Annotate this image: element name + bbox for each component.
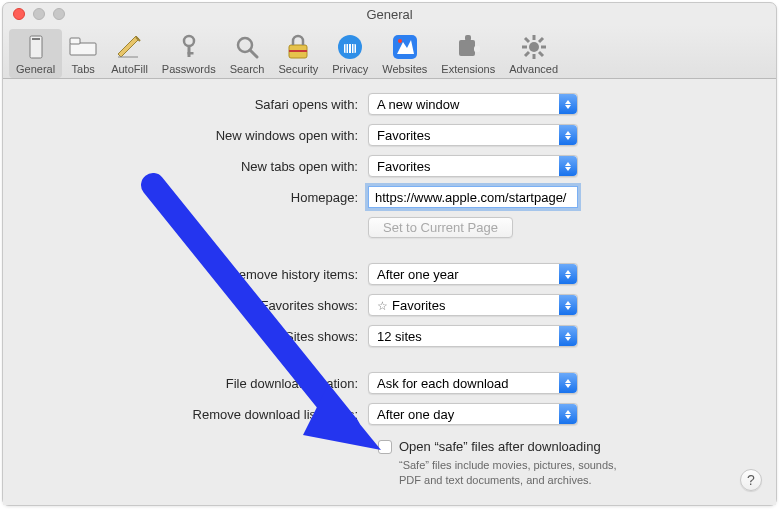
tab-label: Security <box>278 63 318 75</box>
open-safe-files-label: Open “safe” files after downloading <box>399 439 601 454</box>
download-location-label: File download location: <box>33 376 368 391</box>
titlebar: General <box>3 3 776 25</box>
remove-history-select[interactable]: After one year <box>368 263 578 285</box>
general-pane: Safari opens with: A new window New wind… <box>3 79 776 505</box>
tab-security[interactable]: Security <box>271 29 325 78</box>
top-sites-select[interactable]: 12 sites <box>368 325 578 347</box>
svg-line-28 <box>525 38 529 42</box>
tab-tabs[interactable]: Tabs <box>62 29 104 78</box>
svg-point-19 <box>398 39 402 43</box>
chevron-up-down-icon <box>559 156 577 176</box>
new-tabs-value: Favorites <box>377 159 430 174</box>
new-windows-select[interactable]: Favorites <box>368 124 578 146</box>
new-tabs-label: New tabs open with: <box>33 159 368 174</box>
svg-point-23 <box>529 42 539 52</box>
remove-downloads-label: Remove download list items: <box>33 407 368 422</box>
websites-icon <box>391 33 419 61</box>
top-sites-value: 12 sites <box>377 329 422 344</box>
open-safe-files-checkbox[interactable] <box>378 440 392 454</box>
chevron-up-down-icon <box>559 404 577 424</box>
privacy-icon <box>336 33 364 61</box>
svg-rect-21 <box>465 35 471 41</box>
svg-rect-2 <box>70 43 96 55</box>
minimize-window-button[interactable] <box>33 8 45 20</box>
set-current-page-button[interactable]: Set to Current Page <box>368 217 513 238</box>
svg-rect-11 <box>289 50 307 52</box>
tabs-icon <box>69 33 97 61</box>
tab-search[interactable]: Search <box>223 29 272 78</box>
tab-label: Extensions <box>441 63 495 75</box>
opens-with-select[interactable]: A new window <box>368 93 578 115</box>
svg-rect-3 <box>70 38 80 44</box>
favorites-shows-value: Favorites <box>392 298 445 313</box>
chevron-up-down-icon <box>559 373 577 393</box>
prefs-toolbar: General Tabs AutoFill Passwords Search <box>3 25 776 79</box>
window-title: General <box>3 7 776 22</box>
tab-privacy[interactable]: Privacy <box>325 29 375 78</box>
homepage-label: Homepage: <box>33 190 368 205</box>
chevron-up-down-icon <box>559 326 577 346</box>
homepage-input[interactable] <box>368 186 578 208</box>
svg-line-29 <box>539 52 543 56</box>
remove-downloads-value: After one day <box>377 407 454 422</box>
traffic-lights <box>3 8 65 20</box>
opens-with-label: Safari opens with: <box>33 97 368 112</box>
top-sites-label: Top Sites shows: <box>33 329 368 344</box>
tab-label: Tabs <box>72 63 95 75</box>
download-location-value: Ask for each download <box>377 376 509 391</box>
advanced-icon <box>520 33 548 61</box>
preferences-window: General General Tabs AutoFill Passwords <box>2 2 777 506</box>
remove-history-value: After one year <box>377 267 459 282</box>
chevron-up-down-icon <box>559 295 577 315</box>
tab-label: Privacy <box>332 63 368 75</box>
maximize-window-button[interactable] <box>53 8 65 20</box>
general-icon <box>22 33 50 61</box>
favorites-shows-select[interactable]: ☆Favorites <box>368 294 578 316</box>
svg-rect-6 <box>187 45 190 57</box>
remove-history-label: Remove history items: <box>33 267 368 282</box>
help-button[interactable]: ? <box>740 469 762 491</box>
tab-websites[interactable]: Websites <box>375 29 434 78</box>
tab-label: Search <box>230 63 265 75</box>
autofill-icon <box>115 33 143 61</box>
tab-label: Passwords <box>162 63 216 75</box>
extensions-icon <box>454 33 482 61</box>
chevron-up-down-icon <box>559 125 577 145</box>
tab-passwords[interactable]: Passwords <box>155 29 223 78</box>
tab-label: AutoFill <box>111 63 148 75</box>
svg-line-31 <box>539 38 543 42</box>
opens-with-value: A new window <box>377 97 459 112</box>
security-icon <box>284 33 312 61</box>
search-icon <box>233 33 261 61</box>
tab-label: Websites <box>382 63 427 75</box>
download-location-select[interactable]: Ask for each download <box>368 372 578 394</box>
tab-general[interactable]: General <box>9 29 62 78</box>
svg-line-9 <box>250 50 257 57</box>
tab-label: Advanced <box>509 63 558 75</box>
svg-line-30 <box>525 52 529 56</box>
chevron-up-down-icon <box>559 264 577 284</box>
favorites-shows-label: Favorites shows: <box>33 298 368 313</box>
new-windows-value: Favorites <box>377 128 430 143</box>
close-window-button[interactable] <box>13 8 25 20</box>
svg-rect-1 <box>32 38 40 40</box>
tab-extensions[interactable]: Extensions <box>434 29 502 78</box>
tab-label: General <box>16 63 55 75</box>
open-safe-files-description: “Safe” files include movies, pictures, s… <box>399 458 639 488</box>
svg-rect-20 <box>459 40 475 56</box>
tab-autofill[interactable]: AutoFill <box>104 29 155 78</box>
svg-rect-7 <box>187 52 193 55</box>
new-tabs-select[interactable]: Favorites <box>368 155 578 177</box>
tab-advanced[interactable]: Advanced <box>502 29 565 78</box>
chevron-up-down-icon <box>559 94 577 114</box>
passwords-icon <box>175 33 203 61</box>
svg-rect-22 <box>474 46 480 52</box>
svg-point-5 <box>184 36 194 46</box>
star-icon: ☆ <box>377 299 388 313</box>
remove-downloads-select[interactable]: After one day <box>368 403 578 425</box>
new-windows-label: New windows open with: <box>33 128 368 143</box>
